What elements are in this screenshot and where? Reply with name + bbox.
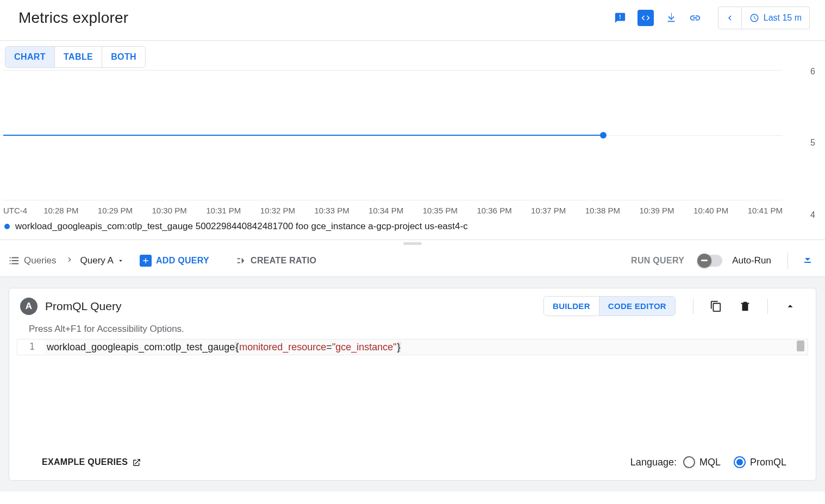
example-queries-button[interactable]: EXAMPLE QUERIES [42, 457, 141, 467]
query-panel-title: PromQL Query [45, 300, 121, 313]
panel-splitter [0, 240, 825, 247]
auto-run-label: Auto-Run [732, 255, 771, 266]
language-label: Language: [630, 457, 677, 468]
x-tick: 10:34 PM [368, 206, 403, 215]
divider [693, 299, 693, 314]
chevron-right-icon [65, 255, 74, 266]
query-name: Query A [80, 255, 114, 266]
x-tick: 10:37 PM [531, 206, 566, 215]
mode-code-editor-button[interactable]: CODE EDITOR [599, 297, 675, 316]
ratio-icon [234, 255, 246, 267]
chart-series-point[interactable] [600, 132, 607, 138]
token-metric: workload_googleapis_com:otlp_test_gauge [47, 342, 235, 352]
token-op: = [326, 342, 332, 352]
breadcrumb-queries[interactable]: Queries [24, 255, 57, 266]
line-number: 1 [17, 339, 45, 355]
link-icon[interactable] [684, 7, 706, 29]
x-axis: UTC-4 10:28 PM 10:29 PM 10:30 PM 10:31 P… [3, 204, 783, 217]
x-tick: 10:39 PM [639, 206, 674, 215]
plus-icon [140, 255, 152, 267]
splitter-handle[interactable] [403, 242, 422, 245]
chart-plot[interactable] [3, 70, 783, 200]
external-link-icon [132, 458, 141, 467]
query-panel-area: A PromQL Query BUILDER CODE EDITOR Press… [0, 277, 825, 492]
radio-icon [734, 456, 746, 468]
collapse-panel-icon[interactable] [783, 299, 797, 313]
x-tick: 10:32 PM [260, 206, 295, 215]
query-badge: A [20, 298, 38, 315]
radio-promql[interactable]: PromQL [734, 456, 786, 468]
timezone-label: UTC-4 [3, 206, 27, 215]
mode-builder-button[interactable]: BUILDER [544, 297, 599, 316]
query-panel: A PromQL Query BUILDER CODE EDITOR Press… [9, 288, 816, 481]
x-tick: 10:29 PM [98, 206, 133, 215]
chart: 6 5 4 UTC-4 10:28 PM 10:29 PM 10:30 PM 1… [3, 70, 815, 217]
legend-color-dot [4, 224, 10, 229]
query-panel-footer: EXAMPLE QUERIES Language: MQL PromQL [9, 448, 816, 480]
radio-icon [683, 456, 695, 468]
x-tick: 10:30 PM [152, 206, 186, 215]
view-tabs: CHART TABLE BOTH [5, 46, 146, 68]
query-selector[interactable]: Query A [80, 255, 124, 266]
x-tick: 10:35 PM [423, 206, 458, 215]
radio-mql[interactable]: MQL [683, 456, 721, 468]
add-query-label: ADD QUERY [156, 256, 209, 266]
radio-mql-label: MQL [699, 457, 721, 468]
query-toolbar: Queries Query A ADD QUERY CREATE RATIO R… [0, 247, 825, 277]
x-tick: 10:31 PM [206, 206, 241, 215]
legend-label: workload_googleapis_com:otlp_test_gauge … [15, 221, 468, 232]
editor-mode-toggle: BUILDER CODE EDITOR [543, 296, 676, 316]
radio-promql-label: PromQL [750, 457, 786, 468]
create-ratio-button[interactable]: CREATE RATIO [234, 255, 316, 267]
tab-chart[interactable]: CHART [5, 47, 54, 67]
chart-legend[interactable]: workload_googleapis_com:otlp_test_gauge … [4, 221, 825, 240]
editor-empty-area[interactable] [9, 355, 816, 448]
copy-icon[interactable] [709, 299, 723, 313]
header: Metrics explorer Last 15 m [0, 0, 825, 41]
page-title: Metrics explorer [18, 9, 128, 27]
gridline [3, 70, 783, 71]
collapse-all-button[interactable] [801, 253, 814, 268]
toggle-knob [697, 254, 711, 268]
code-icon[interactable] [638, 10, 654, 26]
scrollbar-thumb[interactable] [797, 341, 804, 351]
time-prev-button[interactable] [718, 7, 742, 29]
code-editor[interactable]: 1 workload_googleapis_com:otlp_test_gaug… [17, 339, 808, 355]
y-tick: 6 [810, 67, 815, 77]
queries-list-icon[interactable] [8, 254, 21, 267]
accessibility-hint: Press Alt+F1 for Accessibility Options. [9, 324, 816, 337]
auto-run-toggle[interactable] [698, 255, 722, 267]
create-ratio-label: CREATE RATIO [251, 256, 316, 266]
download-icon[interactable] [660, 7, 682, 29]
add-query-button[interactable]: ADD QUERY [140, 255, 209, 267]
time-range-picker: Last 15 m [718, 7, 810, 29]
time-range-label: Last 15 m [764, 13, 802, 23]
token-string: "gce_instance" [332, 342, 397, 352]
time-range-button[interactable]: Last 15 m [742, 7, 810, 29]
run-query-button[interactable]: RUN QUERY [631, 256, 684, 266]
x-tick: 10:28 PM [43, 206, 78, 215]
code-line[interactable]: workload_googleapis_com:otlp_test_gauge{… [45, 339, 808, 355]
gridline [3, 200, 783, 200]
divider [767, 299, 768, 314]
divider [788, 253, 788, 269]
delete-icon[interactable] [738, 299, 752, 313]
x-tick: 10:33 PM [314, 206, 349, 215]
tab-table[interactable]: TABLE [54, 47, 102, 67]
query-panel-header: A PromQL Query BUILDER CODE EDITOR [9, 288, 816, 324]
header-actions: Last 15 m [609, 7, 810, 29]
example-queries-label: EXAMPLE QUERIES [42, 457, 128, 467]
x-ticks: 10:28 PM 10:29 PM 10:30 PM 10:31 PM 10:3… [43, 206, 783, 215]
chart-series-line [3, 135, 603, 136]
dropdown-icon [117, 257, 124, 264]
x-tick: 10:40 PM [693, 206, 728, 215]
token-brace: } [397, 342, 401, 352]
y-tick: 5 [810, 138, 815, 148]
tab-both[interactable]: BOTH [102, 47, 145, 67]
y-tick: 4 [810, 210, 815, 220]
x-tick: 10:41 PM [748, 206, 783, 215]
clock-icon [749, 13, 759, 23]
feedback-icon[interactable] [609, 7, 631, 29]
token-label: monitored_resource [239, 342, 326, 352]
x-tick: 10:38 PM [585, 206, 620, 215]
